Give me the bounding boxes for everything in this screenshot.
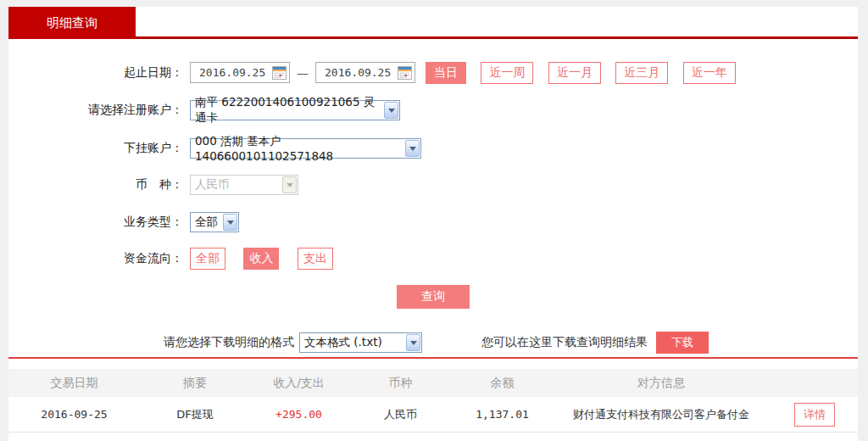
tab-detail-query[interactable]: 明细查询 [8, 7, 136, 39]
end-date-input[interactable]: 2016.09.25 [315, 62, 415, 83]
quick-range-3months-button[interactable]: 近三月 [615, 62, 668, 84]
tab-bar: 明细查询 [8, 7, 858, 39]
detail-button[interactable]: 详情 [794, 403, 835, 427]
download-format-select[interactable]: 文本格式 (.txt) [299, 332, 422, 353]
fund-flow-buttons: 全部 收入 支出 [190, 248, 348, 270]
cell-balance: 1,137.01 [453, 408, 551, 421]
quick-range-week-button[interactable]: 近一周 [481, 62, 533, 84]
chevron-down-icon[interactable] [406, 334, 420, 351]
register-account-label: 请选择注册账户： [8, 103, 190, 118]
calendar-icon[interactable] [272, 66, 287, 80]
register-account-select[interactable]: 南平 6222001406100921065 灵通卡 [190, 100, 400, 120]
cell-amount: +295.00 [250, 408, 348, 421]
sub-account-row: 下挂账户： 000 活期 基本户 1406600101102571848 [8, 138, 858, 159]
calendar-icon[interactable] [398, 66, 412, 80]
quick-range-buttons: 当日 近一周 近一月 近三月 近一年 [415, 62, 736, 84]
chevron-down-icon[interactable] [223, 214, 237, 231]
column-header-summary: 摘要 [140, 376, 250, 391]
tab-label: 明细查询 [47, 15, 97, 31]
fund-flow-label: 资金流向： [8, 251, 190, 266]
cell-currency: 人民币 [348, 407, 453, 422]
table-header-row: 交易日期 摘要 收入/支出 币种 余额 对方信息 [8, 369, 858, 397]
business-type-label: 业务类型： [8, 215, 190, 230]
business-type-select[interactable]: 全部 [190, 212, 239, 232]
cell-action: 详情 [771, 403, 858, 427]
download-hint-text: 您可以在这里下载查询明细结果 [481, 335, 648, 350]
download-row: 请您选择下载明细的格式 文本格式 (.txt) 您可以在这里下载查询明细结果 下… [164, 332, 858, 354]
column-header-amount: 收入/支出 [250, 376, 348, 391]
start-date-input[interactable]: 2016.09.25 [190, 62, 290, 83]
end-date-value: 2016.09.25 [325, 66, 391, 79]
query-button[interactable]: 查询 [397, 285, 470, 309]
cell-counterparty: 财付通支付科技有限公司客户备付金 [551, 407, 771, 422]
date-range-separator: — [297, 66, 309, 80]
business-type-row: 业务类型： 全部 [8, 212, 858, 232]
column-header-date: 交易日期 [8, 376, 140, 391]
column-header-currency: 币种 [348, 376, 453, 391]
cell-summary: DF提现 [140, 407, 250, 422]
sub-account-select[interactable]: 000 活期 基本户 1406600101102571848 [190, 138, 421, 159]
fund-flow-row: 资金流向： 全部 收入 支出 [8, 247, 858, 270]
quick-range-year-button[interactable]: 近一年 [683, 62, 736, 84]
chevron-down-icon[interactable] [405, 140, 420, 157]
table-row: 2016-09-25 DF提现 +295.00 人民币 1,137.01 财付通… [8, 397, 858, 433]
currency-value: 人民币 [195, 177, 230, 193]
fund-flow-all-button[interactable]: 全部 [190, 248, 225, 270]
register-account-value: 南平 6222001406100921065 灵通卡 [195, 95, 383, 126]
fund-flow-expense-button[interactable]: 支出 [298, 248, 333, 270]
chevron-down-icon [282, 176, 297, 193]
start-date-value: 2016.09.25 [199, 66, 265, 79]
chevron-down-icon[interactable] [384, 102, 398, 119]
query-button-row: 查询 [8, 285, 858, 309]
sub-account-label: 下挂账户： [8, 141, 190, 156]
download-format-value: 文本格式 (.txt) [304, 335, 382, 350]
currency-row: 币 种： 人民币 [8, 175, 858, 195]
currency-select: 人民币 [190, 175, 298, 195]
date-range-label: 起止日期： [8, 65, 190, 81]
quick-range-month-button[interactable]: 近一月 [548, 62, 601, 84]
detail-query-panel: 明细查询 起止日期： 2016.09.25 — 2016.09.25 [8, 7, 858, 441]
quick-range-today-button[interactable]: 当日 [426, 62, 466, 84]
download-format-label: 请您选择下载明细的格式 [164, 335, 294, 350]
business-type-value: 全部 [195, 215, 218, 230]
cell-transaction-date: 2016-09-25 [8, 408, 140, 421]
date-range-row: 起止日期： 2016.09.25 — 2016.09.25 [8, 61, 858, 84]
table-top-divider [8, 357, 858, 359]
fund-flow-income-button[interactable]: 收入 [243, 248, 279, 270]
currency-label: 币 种： [8, 177, 190, 193]
download-button[interactable]: 下载 [656, 332, 709, 354]
register-account-row: 请选择注册账户： 南平 6222001406100921065 灵通卡 [8, 100, 858, 120]
column-header-balance: 余额 [453, 376, 551, 391]
column-header-counterparty: 对方信息 [551, 376, 771, 391]
sub-account-value: 000 活期 基本户 1406600101102571848 [195, 134, 404, 163]
